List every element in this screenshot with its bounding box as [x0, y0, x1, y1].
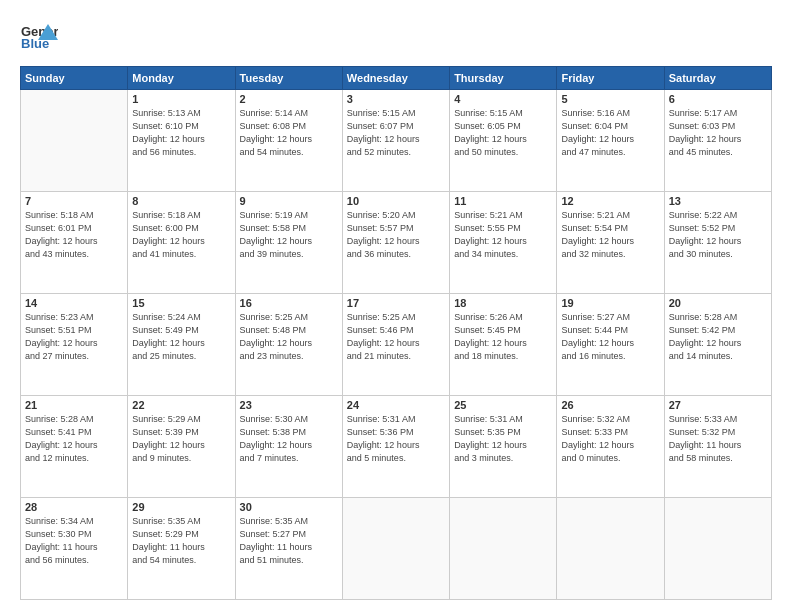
- weekday-header-row: SundayMondayTuesdayWednesdayThursdayFrid…: [21, 67, 772, 90]
- calendar-cell: 19Sunrise: 5:27 AM Sunset: 5:44 PM Dayli…: [557, 294, 664, 396]
- day-info: Sunrise: 5:20 AM Sunset: 5:57 PM Dayligh…: [347, 209, 445, 261]
- calendar-cell: [450, 498, 557, 600]
- day-number: 23: [240, 399, 338, 411]
- week-row-3: 14Sunrise: 5:23 AM Sunset: 5:51 PM Dayli…: [21, 294, 772, 396]
- day-number: 8: [132, 195, 230, 207]
- day-number: 9: [240, 195, 338, 207]
- day-info: Sunrise: 5:13 AM Sunset: 6:10 PM Dayligh…: [132, 107, 230, 159]
- calendar-cell: [557, 498, 664, 600]
- day-number: 11: [454, 195, 552, 207]
- day-number: 2: [240, 93, 338, 105]
- calendar-cell: 24Sunrise: 5:31 AM Sunset: 5:36 PM Dayli…: [342, 396, 449, 498]
- day-info: Sunrise: 5:21 AM Sunset: 5:54 PM Dayligh…: [561, 209, 659, 261]
- day-info: Sunrise: 5:18 AM Sunset: 6:00 PM Dayligh…: [132, 209, 230, 261]
- day-number: 26: [561, 399, 659, 411]
- weekday-header-sunday: Sunday: [21, 67, 128, 90]
- day-info: Sunrise: 5:18 AM Sunset: 6:01 PM Dayligh…: [25, 209, 123, 261]
- svg-text:Blue: Blue: [21, 36, 49, 51]
- calendar-cell: 6Sunrise: 5:17 AM Sunset: 6:03 PM Daylig…: [664, 90, 771, 192]
- week-row-2: 7Sunrise: 5:18 AM Sunset: 6:01 PM Daylig…: [21, 192, 772, 294]
- day-info: Sunrise: 5:25 AM Sunset: 5:46 PM Dayligh…: [347, 311, 445, 363]
- day-info: Sunrise: 5:31 AM Sunset: 5:35 PM Dayligh…: [454, 413, 552, 465]
- calendar-cell: [664, 498, 771, 600]
- calendar-cell: 25Sunrise: 5:31 AM Sunset: 5:35 PM Dayli…: [450, 396, 557, 498]
- day-number: 22: [132, 399, 230, 411]
- calendar-cell: 11Sunrise: 5:21 AM Sunset: 5:55 PM Dayli…: [450, 192, 557, 294]
- day-number: 30: [240, 501, 338, 513]
- calendar-cell: [342, 498, 449, 600]
- day-info: Sunrise: 5:28 AM Sunset: 5:41 PM Dayligh…: [25, 413, 123, 465]
- page-header: General Blue: [20, 18, 772, 56]
- day-info: Sunrise: 5:32 AM Sunset: 5:33 PM Dayligh…: [561, 413, 659, 465]
- day-number: 1: [132, 93, 230, 105]
- calendar-cell: 23Sunrise: 5:30 AM Sunset: 5:38 PM Dayli…: [235, 396, 342, 498]
- calendar-cell: 4Sunrise: 5:15 AM Sunset: 6:05 PM Daylig…: [450, 90, 557, 192]
- day-info: Sunrise: 5:25 AM Sunset: 5:48 PM Dayligh…: [240, 311, 338, 363]
- week-row-4: 21Sunrise: 5:28 AM Sunset: 5:41 PM Dayli…: [21, 396, 772, 498]
- day-info: Sunrise: 5:23 AM Sunset: 5:51 PM Dayligh…: [25, 311, 123, 363]
- day-number: 10: [347, 195, 445, 207]
- calendar-cell: 18Sunrise: 5:26 AM Sunset: 5:45 PM Dayli…: [450, 294, 557, 396]
- calendar-cell: 28Sunrise: 5:34 AM Sunset: 5:30 PM Dayli…: [21, 498, 128, 600]
- day-number: 16: [240, 297, 338, 309]
- day-info: Sunrise: 5:15 AM Sunset: 6:05 PM Dayligh…: [454, 107, 552, 159]
- calendar-cell: 29Sunrise: 5:35 AM Sunset: 5:29 PM Dayli…: [128, 498, 235, 600]
- day-number: 25: [454, 399, 552, 411]
- day-number: 29: [132, 501, 230, 513]
- day-info: Sunrise: 5:30 AM Sunset: 5:38 PM Dayligh…: [240, 413, 338, 465]
- calendar-cell: 14Sunrise: 5:23 AM Sunset: 5:51 PM Dayli…: [21, 294, 128, 396]
- day-info: Sunrise: 5:21 AM Sunset: 5:55 PM Dayligh…: [454, 209, 552, 261]
- calendar-cell: 1Sunrise: 5:13 AM Sunset: 6:10 PM Daylig…: [128, 90, 235, 192]
- calendar-cell: 2Sunrise: 5:14 AM Sunset: 6:08 PM Daylig…: [235, 90, 342, 192]
- logo-icon: General Blue: [20, 18, 58, 56]
- weekday-header-saturday: Saturday: [664, 67, 771, 90]
- week-row-5: 28Sunrise: 5:34 AM Sunset: 5:30 PM Dayli…: [21, 498, 772, 600]
- day-number: 18: [454, 297, 552, 309]
- day-info: Sunrise: 5:34 AM Sunset: 5:30 PM Dayligh…: [25, 515, 123, 567]
- day-number: 27: [669, 399, 767, 411]
- calendar-cell: 22Sunrise: 5:29 AM Sunset: 5:39 PM Dayli…: [128, 396, 235, 498]
- day-info: Sunrise: 5:22 AM Sunset: 5:52 PM Dayligh…: [669, 209, 767, 261]
- day-number: 17: [347, 297, 445, 309]
- calendar-cell: 26Sunrise: 5:32 AM Sunset: 5:33 PM Dayli…: [557, 396, 664, 498]
- calendar-cell: 7Sunrise: 5:18 AM Sunset: 6:01 PM Daylig…: [21, 192, 128, 294]
- calendar-cell: 3Sunrise: 5:15 AM Sunset: 6:07 PM Daylig…: [342, 90, 449, 192]
- weekday-header-thursday: Thursday: [450, 67, 557, 90]
- calendar-cell: 12Sunrise: 5:21 AM Sunset: 5:54 PM Dayli…: [557, 192, 664, 294]
- calendar-table: SundayMondayTuesdayWednesdayThursdayFrid…: [20, 66, 772, 600]
- day-info: Sunrise: 5:35 AM Sunset: 5:27 PM Dayligh…: [240, 515, 338, 567]
- weekday-header-wednesday: Wednesday: [342, 67, 449, 90]
- day-info: Sunrise: 5:31 AM Sunset: 5:36 PM Dayligh…: [347, 413, 445, 465]
- day-info: Sunrise: 5:27 AM Sunset: 5:44 PM Dayligh…: [561, 311, 659, 363]
- day-info: Sunrise: 5:14 AM Sunset: 6:08 PM Dayligh…: [240, 107, 338, 159]
- day-info: Sunrise: 5:26 AM Sunset: 5:45 PM Dayligh…: [454, 311, 552, 363]
- weekday-header-monday: Monday: [128, 67, 235, 90]
- day-number: 14: [25, 297, 123, 309]
- day-number: 19: [561, 297, 659, 309]
- calendar-cell: 20Sunrise: 5:28 AM Sunset: 5:42 PM Dayli…: [664, 294, 771, 396]
- calendar-cell: 21Sunrise: 5:28 AM Sunset: 5:41 PM Dayli…: [21, 396, 128, 498]
- day-info: Sunrise: 5:35 AM Sunset: 5:29 PM Dayligh…: [132, 515, 230, 567]
- day-info: Sunrise: 5:15 AM Sunset: 6:07 PM Dayligh…: [347, 107, 445, 159]
- calendar-cell: 16Sunrise: 5:25 AM Sunset: 5:48 PM Dayli…: [235, 294, 342, 396]
- week-row-1: 1Sunrise: 5:13 AM Sunset: 6:10 PM Daylig…: [21, 90, 772, 192]
- calendar-cell: 13Sunrise: 5:22 AM Sunset: 5:52 PM Dayli…: [664, 192, 771, 294]
- calendar-cell: 8Sunrise: 5:18 AM Sunset: 6:00 PM Daylig…: [128, 192, 235, 294]
- day-number: 4: [454, 93, 552, 105]
- day-number: 6: [669, 93, 767, 105]
- day-number: 21: [25, 399, 123, 411]
- day-info: Sunrise: 5:17 AM Sunset: 6:03 PM Dayligh…: [669, 107, 767, 159]
- calendar-cell: [21, 90, 128, 192]
- weekday-header-friday: Friday: [557, 67, 664, 90]
- day-number: 3: [347, 93, 445, 105]
- day-number: 7: [25, 195, 123, 207]
- calendar-cell: 15Sunrise: 5:24 AM Sunset: 5:49 PM Dayli…: [128, 294, 235, 396]
- day-number: 15: [132, 297, 230, 309]
- day-number: 5: [561, 93, 659, 105]
- calendar-cell: 27Sunrise: 5:33 AM Sunset: 5:32 PM Dayli…: [664, 396, 771, 498]
- logo: General Blue: [20, 18, 58, 56]
- day-info: Sunrise: 5:16 AM Sunset: 6:04 PM Dayligh…: [561, 107, 659, 159]
- weekday-header-tuesday: Tuesday: [235, 67, 342, 90]
- calendar-cell: 9Sunrise: 5:19 AM Sunset: 5:58 PM Daylig…: [235, 192, 342, 294]
- day-number: 20: [669, 297, 767, 309]
